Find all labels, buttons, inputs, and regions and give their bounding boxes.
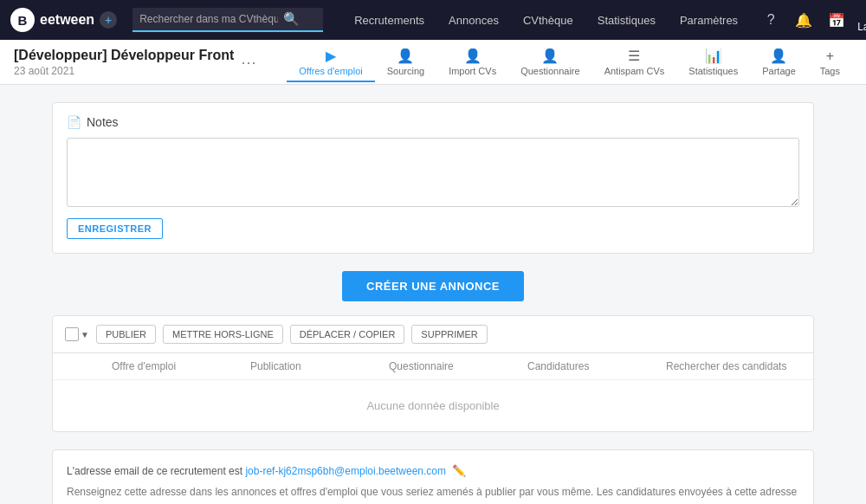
publier-button[interactable]: PUBLIER (96, 325, 156, 344)
job-date: 23 août 2021 (14, 65, 234, 77)
col-offre: Offre d'emploi (108, 360, 247, 372)
user-name: Julie (857, 5, 866, 20)
tab-offres-label: Offres d'emploi (299, 66, 362, 76)
user-company: LaBoss (857, 20, 866, 35)
nav-right: ? 🔔 📅 Julie LaBoss (759, 5, 866, 35)
footer-edit-icon[interactable]: ✏️ (452, 464, 466, 477)
logo-plus-icon[interactable]: + (100, 11, 117, 29)
partage-icon: 👤 (770, 48, 787, 64)
no-data-message: Aucune donnée disponible (53, 380, 813, 431)
offres-icon: ▶ (326, 48, 336, 64)
footer-info: L'adresse email de ce recrutement est jo… (52, 449, 814, 504)
nav-parametres[interactable]: Paramètres (668, 0, 750, 40)
user-menu[interactable]: Julie LaBoss (857, 5, 866, 35)
col-candidatures: Candidatures (524, 360, 662, 372)
notes-label: Notes (87, 115, 119, 129)
stats-icon: 📊 (705, 48, 722, 64)
antispam-icon: ☰ (628, 48, 640, 64)
tab-questionnaire[interactable]: 👤 Questionnaire (508, 42, 592, 81)
supprimer-button[interactable]: SUPPRIMER (411, 325, 487, 344)
enregistrer-button[interactable]: ENREGISTRER (67, 218, 163, 239)
logo-text: eetween (40, 12, 94, 28)
col-recherche: Rechercher des candidats (662, 360, 801, 372)
checkbox-wrapper: ▼ (65, 327, 89, 341)
col-checkbox-spacer (65, 360, 108, 372)
nav-annonces[interactable]: Annonces (436, 0, 511, 40)
tab-stats-label: Statistiques (688, 66, 738, 76)
nav-links: Recrutements Annonces CVthèque Statistiq… (342, 0, 750, 40)
select-all-checkbox[interactable] (65, 327, 79, 341)
tab-import-cvs[interactable]: 👤 Import CVs (436, 42, 508, 81)
import-icon: 👤 (464, 48, 481, 64)
sourcing-icon: 👤 (397, 48, 414, 64)
tab-tags-label: Tags (820, 66, 840, 76)
job-title: [Développeur] Développeur Front (14, 48, 234, 63)
nav-cvtheque[interactable]: CVthèque (511, 0, 585, 40)
tab-partage-label: Partage (762, 66, 796, 76)
tab-sourcing[interactable]: 👤 Sourcing (375, 42, 436, 81)
job-title-area: [Développeur] Développeur Front 23 août … (14, 48, 287, 77)
search-bar: 🔍 (132, 8, 323, 32)
notes-header: 📄 Notes (67, 115, 799, 129)
table-area: ▼ PUBLIER METTRE HORS-LIGNE DÉPLACER / C… (52, 315, 814, 432)
questionnaire-icon: 👤 (541, 48, 559, 64)
subheader: [Développeur] Développeur Front 23 août … (0, 40, 866, 85)
creer-annonce-area: CRÉER UNE ANNONCE (52, 271, 814, 301)
checkbox-dropdown-icon[interactable]: ▼ (81, 330, 89, 339)
tab-sourcing-label: Sourcing (387, 66, 424, 76)
tab-partage[interactable]: 👤 Partage (750, 42, 808, 81)
notes-textarea[interactable] (67, 138, 799, 207)
top-navigation: B eetween + 🔍 Recrutements Annonces CVth… (0, 0, 866, 40)
tab-tags[interactable]: + Tags (808, 43, 852, 81)
bell-icon[interactable]: 🔔 (792, 8, 816, 32)
calendar-icon[interactable]: 📅 (824, 8, 849, 32)
search-icon[interactable]: 🔍 (283, 11, 300, 27)
tab-antispam-label: Antispam CVs (604, 66, 665, 76)
more-options-icon[interactable]: ⋯ (241, 53, 256, 72)
tags-icon: + (826, 48, 834, 64)
footer-email-link[interactable]: job-ref-kj62msp6bh@emploi.beetween.com (245, 465, 446, 477)
hors-ligne-button[interactable]: METTRE HORS-LIGNE (163, 325, 283, 344)
table-columns: Offre d'emploi Publication Questionnaire… (53, 353, 813, 380)
footer-email-line: L'adresse email de ce recrutement est jo… (67, 462, 799, 481)
nav-recrutements[interactable]: Recrutements (342, 0, 436, 40)
main-content: 📄 Notes ENREGISTRER CRÉER UNE ANNONCE ▼ … (0, 85, 866, 504)
tab-offres-emploi[interactable]: ▶ Offres d'emploi (287, 42, 374, 81)
deplacer-copier-button[interactable]: DÉPLACER / COPIER (290, 325, 405, 344)
notes-section: 📄 Notes ENREGISTRER (52, 102, 814, 254)
logo-bee: B (10, 8, 35, 32)
tabbar: ▶ Offres d'emploi 👤 Sourcing 👤 Import CV… (287, 42, 852, 81)
tab-questionnaire-label: Questionnaire (520, 66, 580, 76)
table-toolbar: ▼ PUBLIER METTRE HORS-LIGNE DÉPLACER / C… (53, 316, 813, 353)
footer-email-intro: L'adresse email de ce recrutement est (67, 465, 245, 477)
search-input[interactable] (139, 13, 278, 25)
col-questionnaire: Questionnaire (385, 360, 524, 372)
notes-doc-icon: 📄 (67, 115, 81, 129)
tab-antispam[interactable]: ☰ Antispam CVs (592, 42, 677, 81)
tab-import-label: Import CVs (449, 66, 496, 76)
nav-statistiques[interactable]: Statistiques (585, 0, 668, 40)
col-publication: Publication (247, 360, 385, 372)
creer-annonce-button[interactable]: CRÉER UNE ANNONCE (342, 271, 524, 301)
tab-statistiques[interactable]: 📊 Statistiques (676, 42, 750, 81)
logo-area[interactable]: B eetween + (10, 8, 117, 32)
footer-description: Renseignez cette adresse dans les annonc… (67, 484, 799, 504)
help-icon[interactable]: ? (759, 8, 783, 32)
